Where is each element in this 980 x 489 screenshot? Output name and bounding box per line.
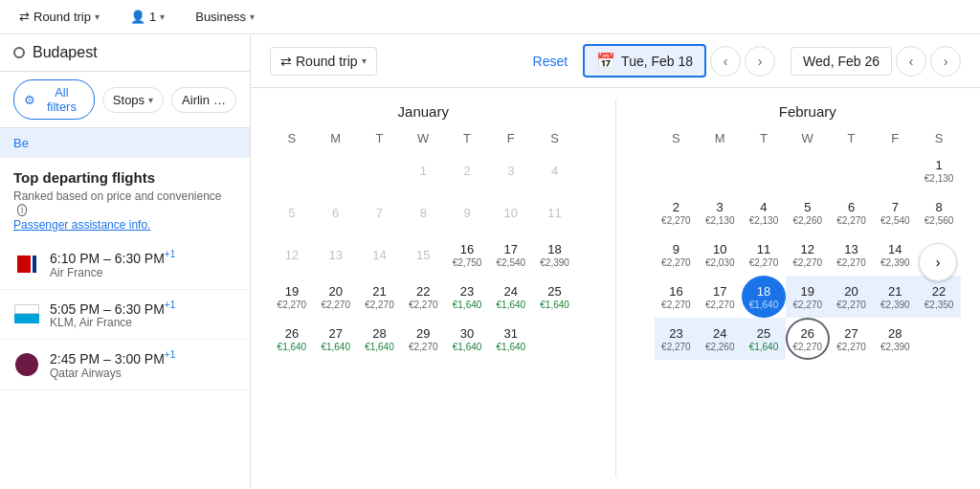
departure-prev-arrow[interactable]: ‹ bbox=[710, 46, 741, 77]
jan-day-5: 5 bbox=[270, 191, 314, 233]
feb-day-7[interactable]: 7€2,540 bbox=[873, 191, 917, 233]
return-prev-arrow[interactable]: ‹ bbox=[896, 46, 926, 77]
feb-day-num-28: 28 bbox=[888, 326, 902, 341]
feb-day-11[interactable]: 11€2,270 bbox=[742, 233, 786, 276]
jan-day-17[interactable]: 17€2,540 bbox=[489, 233, 533, 276]
feb-price-20: €2,270 bbox=[836, 300, 866, 310]
jan-price-20: €2,270 bbox=[321, 300, 350, 310]
jan-day-18[interactable]: 18€2,390 bbox=[533, 233, 577, 276]
airline-filter-button[interactable]: Airlin … bbox=[171, 87, 236, 113]
feb-day-16[interactable]: 16€2,270 bbox=[655, 276, 699, 318]
all-filters-button[interactable]: ⚙ All filters bbox=[13, 79, 95, 120]
jan-day-num-21: 21 bbox=[372, 284, 386, 299]
departure-next-arrow[interactable]: › bbox=[745, 46, 775, 77]
best-flights-bar[interactable]: Be bbox=[0, 128, 250, 158]
feb-day-9[interactable]: 9€2,270 bbox=[655, 233, 699, 276]
feb-price-8: €2,560 bbox=[924, 215, 954, 226]
feb-day-14[interactable]: 14€2,390 bbox=[873, 233, 917, 276]
feb-day-4[interactable]: 4€2,130 bbox=[742, 191, 786, 233]
jan-day-29[interactable]: 29€2,270 bbox=[401, 318, 445, 360]
top-bar: ⇄ Round trip ▾ 👤 1 ▾ Business ▾ bbox=[0, 0, 980, 34]
feb-price-14: €2,390 bbox=[880, 257, 910, 268]
jan-day-23[interactable]: 23€1,640 bbox=[445, 276, 489, 318]
feb-day-17[interactable]: 17€2,270 bbox=[698, 276, 742, 318]
calendar-divider bbox=[615, 100, 616, 478]
feb-day-25[interactable]: 25€1,640 bbox=[742, 318, 786, 360]
feb-day-22[interactable]: 22€2,350 bbox=[917, 276, 961, 318]
calendar-roundtrip-selector[interactable]: ⇄ Round trip ▾ bbox=[270, 47, 377, 76]
february-weekheaders: S M T W T F S bbox=[655, 127, 962, 149]
jan-day-26[interactable]: 26€1,640 bbox=[270, 318, 314, 360]
feb-day-12[interactable]: 12€2,270 bbox=[786, 233, 830, 276]
jan-day-num-26: 26 bbox=[285, 326, 299, 341]
class-selector[interactable]: Business ▾ bbox=[188, 6, 262, 28]
feb-day-5[interactable]: 5€2,260 bbox=[786, 191, 830, 233]
jan-day-num-25: 25 bbox=[547, 284, 561, 299]
departure-date-pill[interactable]: 📅 Tue, Feb 18 bbox=[583, 44, 706, 78]
passengers-selector[interactable]: 👤 1 ▾ bbox=[122, 6, 172, 28]
round-trip-selector[interactable]: ⇄ Round trip ▾ bbox=[11, 6, 107, 28]
return-next-arrow[interactable]: › bbox=[930, 46, 961, 77]
jan-empty-1 bbox=[314, 149, 358, 191]
feb-day-3[interactable]: 3€2,130 bbox=[698, 191, 742, 233]
feb-day-26[interactable]: 26€2,270 bbox=[786, 318, 830, 360]
feb-day-2[interactable]: 2€2,270 bbox=[655, 191, 699, 233]
jan-day-num-6: 6 bbox=[332, 206, 339, 220]
jan-price-31: €1,640 bbox=[497, 342, 526, 352]
jan-day-27[interactable]: 27€1,640 bbox=[314, 318, 358, 360]
filter-bar: ⚙ All filters Stops ▾ Airlin … bbox=[0, 72, 250, 128]
flight-item-3[interactable]: 2:45 PM – 3:00 PM+1 Qatar Airways bbox=[0, 340, 250, 390]
passenger-assistance-link[interactable]: Passenger assistance info. bbox=[0, 218, 250, 239]
feb-price-11: €2,270 bbox=[749, 257, 779, 268]
feb-day-13[interactable]: 13€2,270 bbox=[830, 233, 874, 276]
feb-price-12: €2,270 bbox=[792, 257, 822, 268]
flight-item-1[interactable]: 6:10 PM – 6:30 PM+1 Air France bbox=[0, 239, 250, 290]
feb-day-1[interactable]: 1€2,130 bbox=[917, 149, 961, 191]
jan-day-22[interactable]: 22€2,270 bbox=[401, 276, 445, 318]
calendar-right-nav[interactable]: › bbox=[919, 243, 957, 281]
feb-day-18[interactable]: 18€1,640 bbox=[742, 276, 786, 318]
stops-filter-button[interactable]: Stops ▾ bbox=[102, 87, 164, 113]
search-bar: Budapest bbox=[0, 34, 250, 72]
feb-day-24[interactable]: 24€2,260 bbox=[698, 318, 742, 360]
feb-price-28: €2,390 bbox=[880, 342, 910, 352]
feb-day-19[interactable]: 19€2,270 bbox=[786, 276, 830, 318]
jan-day-25[interactable]: 25€1,640 bbox=[533, 276, 577, 318]
jan-day-20[interactable]: 20€2,270 bbox=[314, 276, 358, 318]
flight-item-2[interactable]: 5:05 PM – 6:30 PM+1 KLM, Air France bbox=[0, 290, 250, 341]
feb-day-23[interactable]: 23€2,270 bbox=[655, 318, 699, 360]
jan-day-28[interactable]: 28€1,640 bbox=[358, 318, 402, 360]
jan-day-num-16: 16 bbox=[460, 242, 474, 256]
february-calendar: February S M T W T F S 1€2,1302€2,2703€2… bbox=[655, 88, 962, 489]
jan-day-16[interactable]: 16€2,750 bbox=[445, 233, 489, 276]
feb-day-27[interactable]: 27€2,270 bbox=[830, 318, 874, 360]
feb-day-28[interactable]: 28€2,390 bbox=[873, 318, 917, 360]
jan-empty-0 bbox=[270, 149, 314, 191]
feb-price-16: €2,270 bbox=[661, 300, 691, 310]
feb-weekday-m1: M bbox=[698, 127, 742, 149]
jan-day-30[interactable]: 30€1,640 bbox=[445, 318, 489, 360]
feb-price-9: €2,270 bbox=[661, 257, 691, 268]
feb-day-10[interactable]: 10€2,030 bbox=[698, 233, 742, 276]
feb-day-21[interactable]: 21€2,390 bbox=[873, 276, 917, 318]
feb-day-num-20: 20 bbox=[844, 284, 858, 299]
flight-times-2: 5:05 PM – 6:30 PM+1 bbox=[50, 300, 236, 317]
jan-day-num-1: 1 bbox=[420, 164, 427, 178]
jan-day-num-7: 7 bbox=[376, 206, 383, 220]
jan-price-21: €2,270 bbox=[365, 300, 394, 310]
calendar-roundtrip-label: Round trip bbox=[296, 54, 358, 69]
jan-day-3: 3 bbox=[489, 149, 533, 191]
jan-day-31[interactable]: 31€1,640 bbox=[489, 318, 533, 360]
reset-button[interactable]: Reset bbox=[533, 54, 568, 69]
january-grid: 12345678910111213141516€2,75017€2,54018€… bbox=[270, 149, 577, 360]
feb-day-num-23: 23 bbox=[669, 326, 682, 341]
feb-day-8[interactable]: 8€2,560 bbox=[917, 191, 961, 233]
feb-price-21: €2,390 bbox=[880, 300, 910, 310]
return-date-pill[interactable]: Wed, Feb 26 bbox=[791, 47, 892, 76]
jan-day-21[interactable]: 21€2,270 bbox=[358, 276, 402, 318]
feb-day-20[interactable]: 20€2,270 bbox=[830, 276, 874, 318]
feb-empty-2 bbox=[742, 149, 786, 191]
jan-day-24[interactable]: 24€1,640 bbox=[489, 276, 533, 318]
jan-day-19[interactable]: 19€2,270 bbox=[270, 276, 314, 318]
feb-day-6[interactable]: 6€2,270 bbox=[830, 191, 874, 233]
